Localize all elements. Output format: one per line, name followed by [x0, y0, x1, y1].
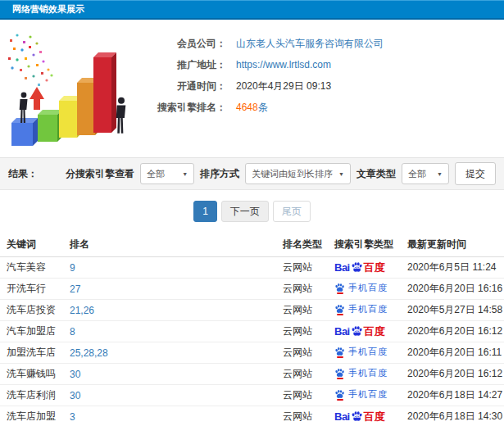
rank-type-cell: 云网站 [276, 406, 328, 426]
baidu-paw-icon: du [351, 261, 363, 274]
rank-link[interactable]: 9 [70, 262, 75, 274]
keyword-cell: 汽车加盟店 [0, 321, 63, 342]
baidu-logo: Bai du 百度 [334, 261, 385, 274]
engine-cell: 手机百度 [328, 385, 401, 406]
open-time-value: 2020年4月29日 09:13 [236, 79, 331, 93]
table-row: 洗车赚钱吗 30 云网站 手机百度 2020年6月20日 16:1 [0, 364, 504, 385]
update-time-cell: 2020年6月5日 11:24 [401, 257, 504, 279]
engine-rank-unit: 条 [258, 102, 268, 113]
bar-green [38, 110, 62, 142]
engine-type-header: 搜索引擎类型 [328, 233, 401, 257]
member-company-label: 会员公司： [151, 37, 226, 51]
company-info-section: 会员公司： 山东老人头汽车服务咨询有限公司 推广地址： https://www.… [0, 20, 504, 157]
mobile-baidu-logo: 手机百度 [334, 388, 388, 401]
rank-type-cell: 云网站 [276, 257, 328, 279]
rank-link[interactable]: 3 [70, 411, 75, 423]
keyword-cell: 洗车店加盟 [0, 406, 63, 426]
company-info-list: 会员公司： 山东老人头汽车服务咨询有限公司 推广地址： https://www.… [151, 20, 504, 157]
engine-cell: Bai du 百度 [328, 406, 401, 426]
engine-rank-row: 搜索引擎排名： 4648条 [151, 97, 504, 118]
keyword-cell: 洗车赚钱吗 [0, 364, 63, 385]
keyword-cell: 加盟洗车店 [0, 342, 63, 364]
last-page-button[interactable]: 尾页 [273, 201, 311, 222]
page-1-button[interactable]: 1 [193, 201, 217, 222]
rank-link[interactable]: 21,26 [70, 305, 94, 316]
keyword-cell: 开洗车行 [0, 279, 63, 300]
table-header-row: 关键词 排名 排名类型 搜索引擎类型 最新更新时间 [0, 233, 504, 257]
engine-filter-select[interactable]: 全部 ▼ [140, 163, 194, 184]
chevron-down-icon: ▼ [338, 171, 344, 177]
result-label: 结果： [8, 167, 38, 181]
open-time-row: 开通时间： 2020年4月29日 09:13 [151, 75, 504, 97]
rank-link[interactable]: 25,28,28 [70, 347, 108, 359]
growth-chart-illustration [2, 23, 151, 156]
table-row: 加盟洗车店 25,28,28 云网站 手机百度 2020年6月20 [0, 342, 504, 364]
rank-type-cell: 云网站 [276, 385, 328, 406]
next-page-button[interactable]: 下一页 [221, 201, 269, 222]
mobile-baidu-logo: 手机百度 [334, 282, 388, 294]
update-time-cell: 2020年6月20日 16:12 [401, 321, 504, 342]
rank-type-cell: 云网站 [276, 364, 328, 385]
sort-filter-label: 排序方式 [200, 167, 239, 181]
engine-cell: 手机百度 [328, 300, 401, 321]
engine-cell: 手机百度 [328, 342, 401, 364]
member-company-link[interactable]: 山东老人头汽车服务咨询有限公司 [236, 38, 384, 49]
rank-type-cell: 云网站 [276, 342, 328, 364]
engine-cell: 手机百度 [328, 279, 401, 300]
mobile-baidu-paw-icon [334, 389, 345, 401]
engine-rank-count: 4648 [236, 102, 258, 113]
businessman-right [116, 97, 126, 134]
rank-type-cell: 云网站 [276, 279, 328, 300]
mobile-baidu-label: 手机百度 [348, 388, 388, 401]
baidu-paw-icon: du [351, 325, 363, 338]
engine-cell: Bai du 百度 [328, 257, 401, 279]
update-time-cell: 2020年6月18日 14:30 [401, 406, 504, 426]
table-row: 洗车店利润 30 云网站 手机百度 2020年6月18日 14:2 [0, 385, 504, 406]
sort-filter-select[interactable]: 关键词由短到长排序 ▼ [245, 163, 351, 184]
baidu-paw-icon: du [351, 410, 363, 423]
rank-link[interactable]: 30 [70, 390, 80, 401]
update-time-cell: 2020年6月20日 16:16 [401, 279, 504, 300]
rank-link[interactable]: 27 [70, 283, 80, 295]
submit-button[interactable]: 提交 [455, 162, 496, 185]
engine-rank-label: 搜索引擎排名： [151, 101, 226, 115]
update-time-cell: 2020年6月20日 16:12 [401, 364, 504, 385]
page-header: 网络营销效果展示 [0, 0, 504, 20]
promo-url-link[interactable]: https://www.lrtlsd.com [236, 59, 331, 70]
up-arrow-icon [30, 87, 44, 110]
baidu-logo: Bai du 百度 [334, 325, 385, 338]
promo-url-row: 推广地址： https://www.lrtlsd.com [151, 54, 504, 75]
rank-header: 排名 [63, 233, 276, 257]
table-row: 汽车美容 9 云网站 Bai du 百度 2020年 [0, 257, 504, 279]
ranking-table-body: 汽车美容 9 云网站 Bai du 百度 2020年 [0, 257, 504, 426]
mobile-baidu-paw-icon [334, 304, 345, 315]
keyword-cell: 汽车美容 [0, 257, 63, 279]
engine-filter-label: 分搜索引擎查看 [66, 167, 134, 181]
filter-group: 分搜索引擎查看 全部 ▼ 排序方式 关键词由短到长排序 ▼ 文章类型 全部 ▼ … [66, 162, 496, 185]
marketing-effect-page: 网络营销效果展示 [0, 0, 504, 426]
mobile-baidu-paw-icon [334, 347, 345, 358]
baidu-logo: Bai du 百度 [334, 410, 385, 423]
engine-filter-value: 全部 [147, 168, 165, 180]
pagination: 1 下一页 尾页 [0, 201, 504, 222]
mobile-baidu-label: 手机百度 [348, 282, 388, 294]
article-type-select[interactable]: 全部 ▼ [402, 163, 449, 184]
update-time-header: 最新更新时间 [401, 233, 504, 257]
open-time-label: 开通时间： [151, 79, 226, 93]
chevron-down-icon: ▼ [182, 171, 188, 177]
result-filter-bar: 结果： 分搜索引擎查看 全部 ▼ 排序方式 关键词由短到长排序 ▼ 文章类型 全… [0, 157, 504, 190]
update-time-cell: 2020年6月20日 16:11 [401, 342, 504, 364]
chevron-down-icon: ▼ [437, 171, 443, 177]
rank-link[interactable]: 8 [70, 326, 75, 338]
table-row: 开洗车行 27 云网站 手机百度 2020年6月20日 16:16 [0, 279, 504, 300]
keyword-cell: 洗车店投资 [0, 300, 63, 321]
rank-link[interactable]: 30 [70, 369, 80, 380]
table-row: 汽车加盟店 8 云网站 Bai du 百度 2020 [0, 321, 504, 342]
member-company-row: 会员公司： 山东老人头汽车服务咨询有限公司 [151, 33, 504, 54]
rank-type-cell: 云网站 [276, 300, 328, 321]
update-time-cell: 2020年5月27日 14:58 [401, 300, 504, 321]
mobile-baidu-logo: 手机百度 [334, 346, 388, 358]
article-type-value: 全部 [408, 168, 426, 180]
mobile-baidu-paw-icon [334, 368, 345, 379]
engine-cell: Bai du 百度 [328, 321, 401, 342]
